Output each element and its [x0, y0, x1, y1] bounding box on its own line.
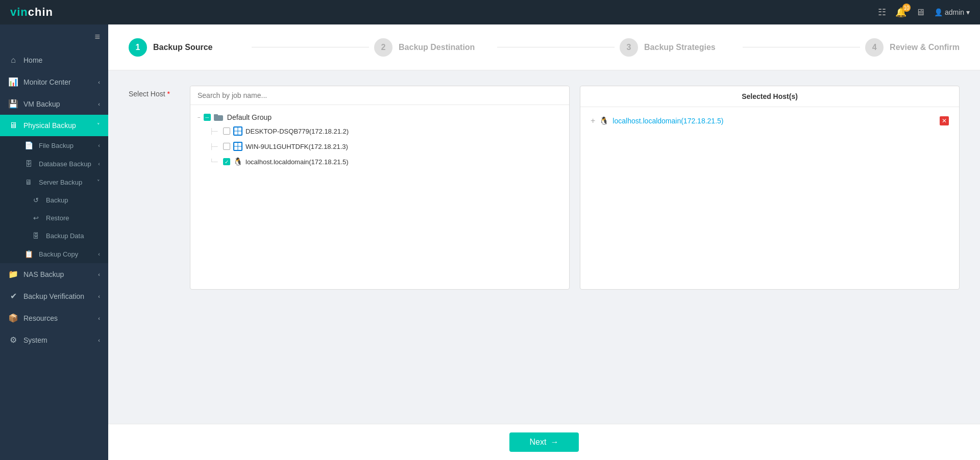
step-1-circle: 1: [129, 38, 147, 57]
remove-host-button[interactable]: ✕: [940, 116, 949, 125]
main-content: 1 Backup Source 2 Backup Destination 3: [108, 24, 980, 460]
wizard-step-1: 1 Backup Source: [129, 38, 247, 57]
selected-content: + 🐧 localhost.localdomain(172.18.21.5) ✕: [580, 107, 959, 289]
wizard-header: 1 Backup Source 2 Backup Destination 3: [108, 24, 980, 70]
sidebar-item-restore[interactable]: ↩ Restore: [7, 209, 108, 227]
sidebar-label-home: Home: [23, 56, 42, 64]
vm-backup-chevron-icon: ‹: [98, 101, 100, 107]
physical-backup-icon: 🖥: [8, 121, 18, 130]
group-folder-icon: [214, 113, 224, 121]
next-button[interactable]: Next →: [509, 432, 579, 452]
wizard-step-2: 2 Backup Destination: [374, 38, 492, 57]
sidebar-item-physical-backup[interactable]: 🖥 Physical Backup ˅: [0, 115, 108, 136]
required-indicator: *: [167, 90, 169, 98]
sidebar-item-backup[interactable]: ↺ Backup: [7, 191, 108, 209]
tree-group-label: Default Group: [227, 113, 272, 121]
system-icon: ⚙: [8, 335, 18, 345]
svg-rect-6: [234, 143, 238, 146]
sidebar-label-physical-backup: Physical Backup: [23, 121, 76, 130]
step-4-circle: 4: [865, 38, 884, 57]
step-divider-3-4: [743, 47, 861, 47]
select-host-label: Select Host *: [129, 86, 180, 98]
sidebar: ≡ ⌂ Home 📊 Monitor Center ‹ 💾 VM Backup …: [0, 24, 108, 460]
sidebar-item-vm-backup[interactable]: 💾 VM Backup ‹: [0, 93, 108, 115]
host1-name: DESKTOP-DSQB779(172.18.21.2): [246, 127, 349, 135]
logo-vin: vin: [10, 6, 28, 18]
server-backup-chevron-icon: ˅: [97, 179, 100, 186]
logo-chin: chin: [28, 6, 53, 18]
sidebar-item-nas-backup[interactable]: 📁 NAS Backup ‹: [0, 263, 108, 285]
sidebar-label-resources: Resources: [23, 314, 58, 322]
hamburger-button[interactable]: ≡: [0, 24, 108, 49]
sidebar-item-backup-verification[interactable]: ✔ Backup Verification ‹: [0, 285, 108, 307]
sidebar-item-monitor-center[interactable]: 📊 Monitor Center ‹: [0, 71, 108, 93]
tree-item[interactable]: └─ ✓ 🐧 localhost.localdomain(172.18.21.5…: [209, 155, 563, 168]
wizard-steps: 1 Backup Source 2 Backup Destination 3: [129, 38, 960, 57]
selected-add-icon[interactable]: +: [591, 116, 595, 125]
windows-icon: [233, 142, 242, 151]
nas-backup-icon: 📁: [8, 269, 18, 279]
footer: Next →: [108, 424, 980, 460]
sidebar-item-server-backup[interactable]: 🖥 Server Backup ˅: [0, 173, 108, 191]
sidebar-item-backup-copy[interactable]: 📋 Backup Copy ‹: [0, 245, 108, 263]
tree-item[interactable]: ├─: [209, 140, 563, 153]
backup-verification-chevron-icon: ‹: [98, 293, 100, 299]
sidebar-item-home[interactable]: ⌂ Home: [0, 49, 108, 71]
selected-host-item: + 🐧 localhost.localdomain(172.18.21.5) ✕: [586, 113, 953, 129]
svg-rect-2: [234, 127, 238, 131]
svg-rect-9: [238, 147, 242, 150]
svg-rect-8: [234, 147, 238, 150]
notification-bell[interactable]: 🔔 10: [895, 7, 906, 18]
backup-copy-icon: 📋: [23, 250, 34, 258]
step-divider-1-2: [252, 47, 370, 47]
tree-connector: ├─: [210, 128, 220, 134]
physical-backup-chevron-icon: ˅: [97, 122, 100, 129]
backup-data-icon: 🗄: [31, 232, 41, 240]
default-group: − ─ Default Group: [197, 111, 563, 168]
tree-group-header[interactable]: − ─ Default Group: [197, 111, 563, 123]
database-backup-icon: 🗄: [23, 160, 34, 168]
select-host-row: Select Host * − ─: [129, 86, 960, 290]
tree-item[interactable]: ├─: [209, 124, 563, 138]
svg-rect-7: [238, 143, 242, 146]
wizard-step-3: 3 Backup Strategies: [620, 38, 738, 57]
wizard-step-4: 4 Review & Confirm: [865, 38, 960, 57]
tree-connector: └─: [210, 159, 220, 165]
sidebar-label-backup-copy: Backup Copy: [39, 250, 78, 258]
database-backup-chevron-icon: ‹: [98, 161, 100, 167]
host2-checkbox[interactable]: [223, 143, 230, 150]
svg-rect-4: [234, 132, 238, 135]
tree-connector: ├─: [210, 143, 220, 149]
server-backup-icon: 🖥: [23, 178, 34, 186]
message-icon[interactable]: ☷: [878, 7, 886, 18]
selected-panel: Selected Host(s) + 🐧 localhost.localdoma…: [580, 86, 960, 290]
topbar: vinchin ☷ 🔔 10 🖥 👤 admin ▾: [0, 0, 980, 24]
sidebar-item-file-backup[interactable]: 📄 File Backup ‹: [0, 136, 108, 155]
step-3-label: Backup Strategies: [644, 43, 716, 52]
selected-linux-icon: 🐧: [599, 116, 608, 125]
monitor-icon[interactable]: 🖥: [916, 7, 925, 18]
host3-checkbox[interactable]: ✓: [223, 158, 230, 165]
admin-user[interactable]: 👤 admin ▾: [934, 8, 970, 16]
resources-icon: 📦: [8, 313, 18, 323]
vm-backup-icon: 💾: [8, 99, 18, 109]
host1-checkbox[interactable]: [223, 127, 230, 135]
host3-name: localhost.localdomain(172.18.21.5): [246, 158, 349, 166]
server-backup-submenu: ↺ Backup ↩ Restore 🗄 Backup Data: [7, 191, 108, 245]
sidebar-item-backup-data[interactable]: 🗄 Backup Data: [7, 227, 108, 245]
step-divider-2-3: [497, 47, 615, 47]
next-arrow-icon: →: [550, 438, 558, 447]
nas-backup-chevron-icon: ‹: [98, 271, 100, 277]
file-backup-icon: 📄: [23, 141, 34, 149]
sidebar-item-database-backup[interactable]: 🗄 Database Backup ‹: [0, 155, 108, 173]
backup-copy-chevron-icon: ‹: [98, 251, 100, 257]
svg-rect-3: [238, 127, 242, 131]
selected-host-name: localhost.localdomain(172.18.21.5): [612, 117, 936, 125]
sidebar-item-system[interactable]: ⚙ System ‹: [0, 329, 108, 351]
sidebar-item-resources[interactable]: 📦 Resources ‹: [0, 307, 108, 329]
svg-rect-5: [238, 132, 242, 135]
admin-user-icon: 👤: [934, 8, 943, 16]
group-checkbox[interactable]: ─: [204, 114, 211, 121]
svg-rect-1: [214, 114, 218, 116]
search-input[interactable]: [190, 86, 569, 105]
